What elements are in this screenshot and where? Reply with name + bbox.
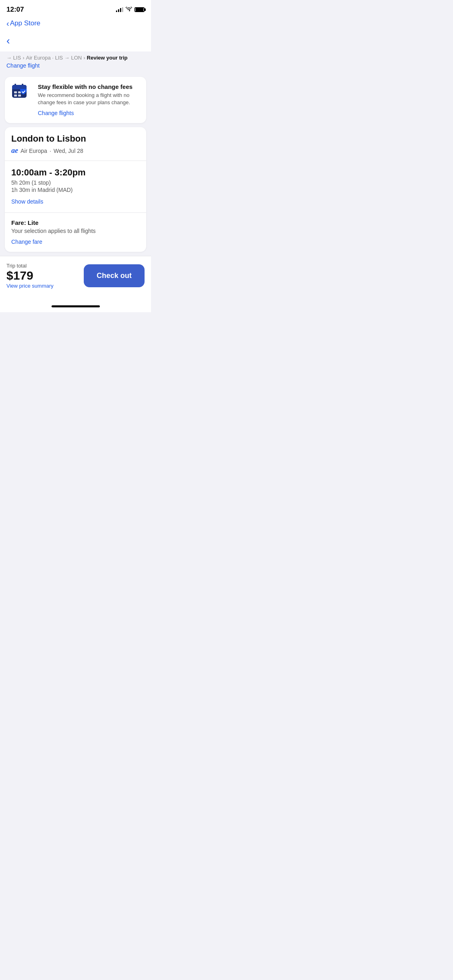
page-back-section: ‹ (0, 31, 151, 51)
home-indicator (0, 302, 151, 312)
flight-header: London to Lisbon ae Air Europa · Wed, Ju… (11, 134, 140, 161)
status-icons (116, 7, 145, 13)
svg-rect-9 (18, 95, 21, 97)
flight-card: London to Lisbon ae Air Europa · Wed, Ju… (5, 127, 146, 252)
battery-icon (134, 7, 145, 12)
bottom-bar: Trip total $179 View price summary Check… (0, 256, 151, 302)
breadcrumb-item-2: Air Europa · LIS → LON (26, 55, 82, 61)
nav-bar: ‹ App Store (0, 17, 151, 31)
app-store-label: App Store (10, 19, 41, 27)
price-section: Trip total $179 View price summary (6, 263, 54, 289)
change-fare-link[interactable]: Change fare (11, 239, 42, 245)
fare-section: Fare: Lite Your selection applies to all… (11, 213, 140, 245)
flexible-content: Stay flexible with no change fees We rec… (38, 83, 140, 117)
svg-rect-5 (14, 91, 17, 93)
wifi-icon (126, 7, 132, 13)
flight-date: Wed, Jul 28 (54, 148, 83, 154)
flexible-card: Stay flexible with no change fees We rec… (5, 77, 146, 123)
page-back-button[interactable]: ‹ (6, 35, 10, 46)
status-bar: 12:07 (0, 0, 151, 17)
flight-duration: 5h 20m (1 stop) (11, 179, 140, 186)
flexible-description: We recommend booking a flight with no ch… (38, 92, 140, 106)
checkout-button[interactable]: Check out (84, 264, 145, 287)
view-price-summary-link[interactable]: View price summary (6, 283, 54, 289)
flight-timing: 10:00am - 3:20pm 5h 20m (1 stop) 1h 30m … (11, 161, 140, 205)
svg-rect-8 (14, 95, 17, 97)
airline-row: ae Air Europa · Wed, Jul 28 (11, 146, 140, 155)
breadcrumb-arrow-1: › (23, 55, 24, 61)
fare-label: Fare: Lite (11, 219, 140, 226)
show-details-link[interactable]: Show details (11, 198, 43, 205)
change-flights-link[interactable]: Change flights (38, 110, 74, 116)
back-chevron-icon: ‹ (6, 19, 9, 27)
app-store-back[interactable]: ‹ App Store (6, 19, 40, 27)
trip-price: $179 (6, 269, 54, 282)
route-title: London to Lisbon (11, 134, 140, 144)
home-bar (52, 305, 100, 307)
fare-description: Your selection applies to all flights (11, 228, 140, 234)
flight-layover: 1h 30m in Madrid (MAD) (11, 187, 140, 193)
breadcrumb-item-1: → LIS (6, 55, 21, 61)
airline-name: Air Europa (21, 148, 47, 154)
time-range: 10:00am - 3:20pm (11, 167, 140, 178)
trip-total-label: Trip total (6, 263, 54, 269)
change-flight-link[interactable]: Change flight (6, 62, 145, 69)
airline-logo: ae (11, 146, 18, 155)
breadcrumb-row: → LIS › Air Europa · LIS → LON › Review … (6, 55, 145, 61)
breadcrumb-arrow-2: › (83, 55, 85, 61)
status-time: 12:07 (6, 6, 24, 14)
breadcrumb-section: → LIS › Air Europa · LIS → LON › Review … (0, 51, 151, 73)
flexible-title: Stay flexible with no change fees (38, 83, 140, 90)
signal-icon (116, 7, 123, 12)
airline-dot: · (50, 148, 51, 154)
breadcrumb-active: Review your trip (87, 55, 128, 61)
calendar-shield-icon (11, 83, 32, 104)
